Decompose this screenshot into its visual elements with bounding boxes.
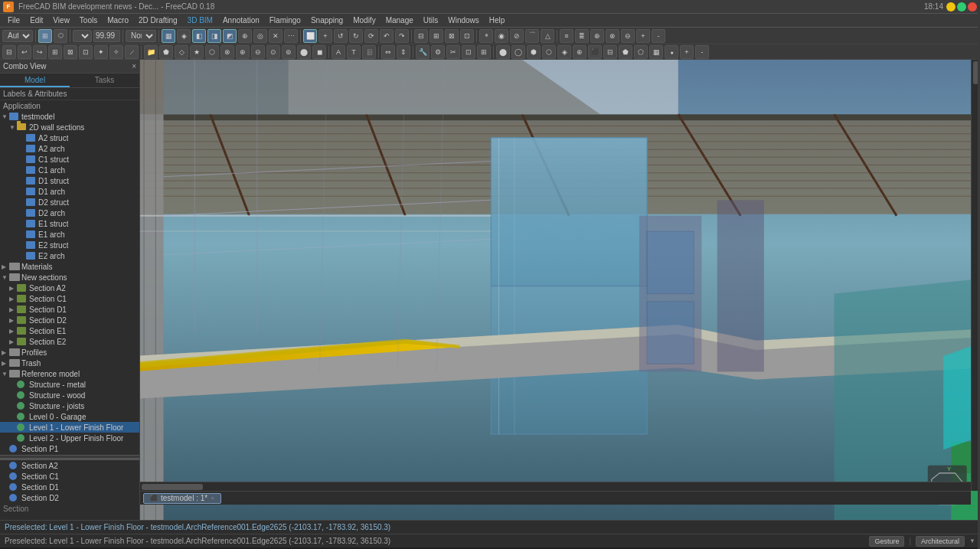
- tb-btn-17[interactable]: ⊟: [414, 29, 428, 43]
- menu-manage[interactable]: Manage: [381, 15, 418, 25]
- tb2-btn-16[interactable]: ⊕: [236, 45, 250, 59]
- tb2-btn-43[interactable]: ⬥: [665, 45, 678, 59]
- tree-item-testmodel[interactable]: ▼ testmodel: [0, 111, 139, 122]
- tb2-btn-42[interactable]: ▦: [649, 45, 663, 59]
- tb2-btn-22[interactable]: A: [332, 45, 345, 59]
- tb2-btn-1[interactable]: ⊟: [2, 45, 16, 59]
- percent-input[interactable]: [93, 30, 120, 42]
- tb-btn-26[interactable]: ≡: [560, 29, 573, 43]
- expand-testmodel[interactable]: ▼: [2, 113, 9, 120]
- viewport-tab-testmodel[interactable]: ⬛ testmodel : 1* ×: [143, 493, 221, 504]
- tb-btn-10[interactable]: ⬜: [303, 29, 317, 43]
- tb2-btn-18[interactable]: ⊙: [266, 45, 280, 59]
- tb-btn-11[interactable]: +: [318, 29, 332, 43]
- expand-materials[interactable]: ▶: [2, 263, 9, 270]
- tb-btn-5[interactable]: ◩: [223, 29, 237, 43]
- tb-btn-18[interactable]: ⊞: [430, 29, 443, 43]
- tb2-btn-7[interactable]: ✦: [94, 45, 108, 59]
- tree-item-materials[interactable]: ▶ Materials: [0, 261, 139, 272]
- tree-area[interactable]: ▼ testmodel ▼ 2D wall sections A2 struct: [0, 111, 139, 455]
- tb-btn-21[interactable]: ⌖: [479, 29, 493, 43]
- snap-select[interactable]: 1o: [73, 30, 92, 42]
- tb-btn-12[interactable]: ↺: [334, 29, 348, 43]
- tb2-btn-34[interactable]: ⬢: [527, 45, 541, 59]
- tb-btn-9[interactable]: ⋯: [284, 29, 298, 43]
- tb2-btn-11[interactable]: ⬟: [159, 45, 173, 59]
- tb2-btn-37[interactable]: ⊕: [573, 45, 586, 59]
- tb-btn-1[interactable]: ▦: [162, 29, 175, 43]
- tree-item-section-c1[interactable]: ▶ Section C1: [0, 293, 139, 304]
- tree-item-trash[interactable]: ▶ Trash: [0, 358, 139, 368]
- tb-btn-20[interactable]: ⊡: [460, 29, 474, 43]
- tb-btn-8[interactable]: ✕: [269, 29, 283, 43]
- tree-item-e1-arch[interactable]: E1 arch: [0, 229, 139, 240]
- tb-btn-13[interactable]: ↻: [349, 29, 363, 43]
- tb2-btn-20[interactable]: ⬤: [297, 45, 311, 59]
- menu-annotation[interactable]: Annotation: [218, 15, 264, 25]
- tb2-btn-41[interactable]: ⬠: [634, 45, 648, 59]
- tree-item-section-e2[interactable]: ▶ Section E2: [0, 336, 139, 347]
- gesture-button[interactable]: Gesture: [869, 536, 904, 547]
- tb2-btn-35[interactable]: ⬡: [542, 45, 556, 59]
- tb-btn-30[interactable]: ⊖: [621, 29, 635, 43]
- tb-btn-6[interactable]: ⊕: [238, 29, 252, 43]
- grid-btn[interactable]: ⊞: [38, 29, 52, 43]
- tb-btn-25[interactable]: △: [541, 29, 554, 43]
- tab-tasks[interactable]: Tasks: [70, 74, 139, 87]
- minimize-button[interactable]: [946, 2, 956, 11]
- menu-flamingo[interactable]: Flamingo: [265, 15, 305, 25]
- tb2-btn-30[interactable]: ⊡: [462, 45, 475, 59]
- menu-help[interactable]: Help: [485, 15, 510, 25]
- tree-item-new-sections[interactable]: ▼ New sections: [0, 272, 139, 283]
- tab-model[interactable]: Model: [0, 74, 70, 87]
- ortho-btn[interactable]: ⬡: [54, 29, 67, 43]
- tree-item-d1-arch[interactable]: D1 arch: [0, 186, 139, 197]
- tree-item-c1-struct[interactable]: C1 struct: [0, 154, 139, 165]
- tb2-btn-36[interactable]: ◈: [557, 45, 571, 59]
- combo-view-close[interactable]: ×: [132, 62, 136, 70]
- tb2-btn-5[interactable]: ⊠: [64, 45, 77, 59]
- tree-item-level2[interactable]: Level 2 - Upper Finish Floor: [0, 433, 139, 443]
- menu-macro[interactable]: Macro: [103, 15, 133, 25]
- tb-btn-27[interactable]: ≣: [575, 29, 589, 43]
- tree-item-d2-arch[interactable]: D2 arch: [0, 208, 139, 218]
- tree-item-section-d1[interactable]: ▶ Section D1: [0, 304, 139, 315]
- tb2-btn-31[interactable]: ⊞: [477, 45, 491, 59]
- viewport-tab-close[interactable]: ×: [211, 495, 214, 502]
- tb2-btn-10[interactable]: 📁: [144, 45, 158, 59]
- tree-item-level0[interactable]: Level 0 - Garage: [0, 411, 139, 422]
- tb2-btn-2[interactable]: ↩: [18, 45, 31, 59]
- tb2-btn-28[interactable]: ⚙: [431, 45, 445, 59]
- tb2-btn-13[interactable]: ★: [190, 45, 204, 59]
- tree-item-section-a2[interactable]: ▶ Section A2: [0, 283, 139, 293]
- menu-2d-drafting[interactable]: 2D Drafting: [134, 15, 182, 25]
- tb2-btn-19[interactable]: ⊚: [282, 45, 296, 59]
- tb-btn-23[interactable]: ⊘: [510, 29, 524, 43]
- tb-btn-7[interactable]: ◎: [253, 29, 267, 43]
- tb2-btn-26[interactable]: ⇕: [397, 45, 410, 59]
- arch-label-button[interactable]: Architectural: [916, 536, 965, 547]
- none-select[interactable]: None: [126, 30, 156, 42]
- menu-3d-bim[interactable]: 3D BIM: [183, 15, 217, 25]
- viewport[interactable]: TOP X Y Z ⬛ testmodel : 1* ×: [140, 60, 980, 520]
- tb-btn-3[interactable]: ◧: [192, 29, 206, 43]
- tree-item-reference-model[interactable]: ▼ Reference model: [0, 368, 139, 379]
- tb2-btn-24[interactable]: ⌻: [362, 45, 376, 59]
- tb-btn-31[interactable]: +: [636, 29, 650, 43]
- tb-btn-22[interactable]: ◉: [495, 29, 508, 43]
- tree-item-d2-struct[interactable]: D2 struct: [0, 197, 139, 208]
- tb2-btn-27[interactable]: 🔧: [416, 45, 430, 59]
- tb2-btn-12[interactable]: ◇: [175, 45, 188, 59]
- tb-btn-29[interactable]: ⊗: [606, 29, 619, 43]
- arch-dropdown[interactable]: ▼: [969, 538, 975, 544]
- bottom-section-c1[interactable]: Section C1: [0, 471, 139, 482]
- left-bottom-panel[interactable]: Section A2 Section C1 Section D1 Section…: [0, 459, 139, 520]
- menu-snapping[interactable]: Snapping: [306, 15, 348, 25]
- tree-item-section-p1[interactable]: Section P1: [0, 443, 139, 454]
- tb2-btn-29[interactable]: ✂: [446, 45, 460, 59]
- tb2-btn-4[interactable]: ⊞: [48, 45, 62, 59]
- menu-windows[interactable]: Windows: [443, 15, 484, 25]
- tree-item-section-d2[interactable]: ▶ Section D2: [0, 315, 139, 325]
- tree-item-struct-joists[interactable]: Structure - joists: [0, 400, 139, 411]
- tree-item-struct-metal[interactable]: Structure - metal: [0, 379, 139, 390]
